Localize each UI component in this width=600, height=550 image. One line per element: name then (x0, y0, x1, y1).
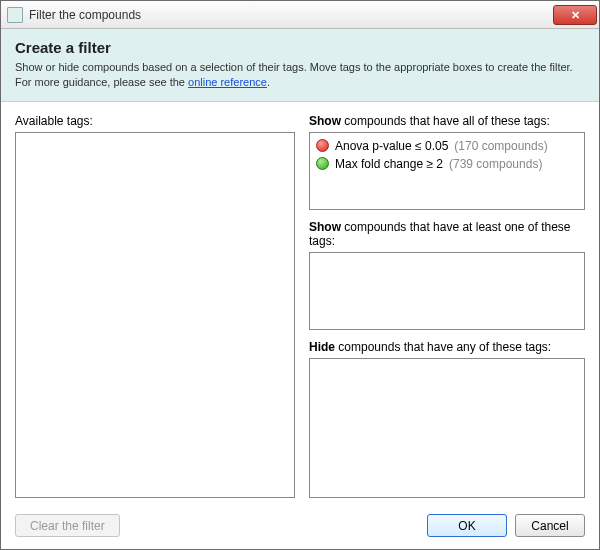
close-button[interactable] (553, 5, 597, 25)
tag-color-dot (316, 139, 329, 152)
hide-label-rest: compounds that have any of these tags: (335, 340, 551, 354)
header-desc-tail: . (267, 76, 270, 88)
header-panel: Create a filter Show or hide compounds b… (1, 29, 599, 102)
show-all-label-bold: Show (309, 114, 341, 128)
header-desc: Show or hide compounds based on a select… (15, 60, 585, 91)
tag-name: Max fold change ≥ 2 (335, 157, 443, 171)
show-any-section: Show compounds that have at least one of… (309, 220, 585, 330)
tag-count: (170 compounds) (454, 139, 547, 153)
show-any-label-rest: compounds that have at least one of thes… (309, 220, 571, 248)
show-any-label: Show compounds that have at least one of… (309, 220, 585, 248)
close-icon (571, 9, 580, 21)
available-label: Available tags: (15, 114, 295, 128)
dialog-window: Filter the compounds Create a filter Sho… (0, 0, 600, 550)
hide-box[interactable] (309, 358, 585, 498)
tag-row[interactable]: Anova p-value ≤ 0.05(170 compounds) (314, 137, 580, 155)
show-all-label-rest: compounds that have all of these tags: (341, 114, 550, 128)
available-column: Available tags: (15, 114, 295, 498)
hide-label-bold: Hide (309, 340, 335, 354)
filter-column: Show compounds that have all of these ta… (309, 114, 585, 498)
titlebar: Filter the compounds (1, 1, 599, 29)
online-reference-link[interactable]: online reference (188, 76, 267, 88)
tag-name: Anova p-value ≤ 0.05 (335, 139, 448, 153)
tag-color-dot (316, 157, 329, 170)
cancel-button[interactable]: Cancel (515, 514, 585, 537)
show-all-box[interactable]: Anova p-value ≤ 0.05(170 compounds)Max f… (309, 132, 585, 210)
header-desc-text: Show or hide compounds based on a select… (15, 61, 573, 88)
tag-row[interactable]: Max fold change ≥ 2(739 compounds) (314, 155, 580, 173)
show-any-box[interactable] (309, 252, 585, 330)
show-all-label: Show compounds that have all of these ta… (309, 114, 585, 128)
hide-label: Hide compounds that have any of these ta… (309, 340, 585, 354)
content-area: Available tags: Show compounds that have… (1, 102, 599, 506)
available-tags-box[interactable] (15, 132, 295, 498)
footer: Clear the filter OK Cancel (1, 506, 599, 549)
app-icon (7, 7, 23, 23)
hide-section: Hide compounds that have any of these ta… (309, 340, 585, 498)
show-all-section: Show compounds that have all of these ta… (309, 114, 585, 210)
tag-count: (739 compounds) (449, 157, 542, 171)
ok-button[interactable]: OK (427, 514, 507, 537)
show-any-label-bold: Show (309, 220, 341, 234)
header-heading: Create a filter (15, 39, 585, 56)
window-title: Filter the compounds (29, 8, 553, 22)
clear-filter-button[interactable]: Clear the filter (15, 514, 120, 537)
